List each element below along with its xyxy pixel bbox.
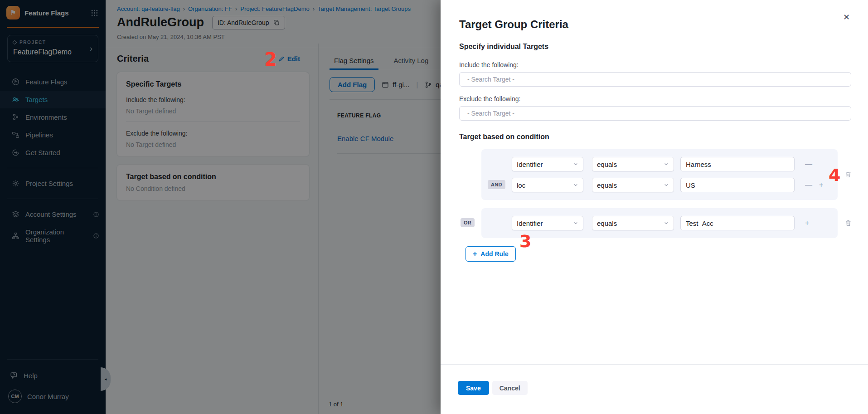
exclude-target-search-input[interactable] xyxy=(459,106,851,121)
sidebar-item-label: Feature Flags xyxy=(25,78,68,86)
tab-activity-log[interactable]: Activity Log xyxy=(389,53,433,70)
value-input[interactable] xyxy=(680,216,795,230)
drawer-title: Target Group Criteria xyxy=(459,18,851,31)
save-button[interactable]: Save xyxy=(458,381,489,395)
or-operator-chip: OR xyxy=(461,218,475,227)
operator-select-value: equals xyxy=(597,161,617,168)
condition-card: Target based on condition No Condition d… xyxy=(117,165,309,200)
info-icon xyxy=(93,211,99,218)
remove-value-button[interactable]: — xyxy=(805,181,812,189)
operator-select[interactable]: equals xyxy=(592,178,674,192)
help-button[interactable]: Help xyxy=(0,366,106,384)
breadcrumb-project[interactable]: Project: FeatureFlagDemo xyxy=(240,5,309,12)
sidebar-item-organization-settings[interactable]: Organization Settings xyxy=(0,223,106,248)
card-title: Specific Targets xyxy=(126,80,300,88)
breadcrumb-separator: › xyxy=(235,5,237,12)
divider xyxy=(7,359,98,360)
condition-row: loc equals — + xyxy=(512,178,838,192)
operator-select[interactable]: equals xyxy=(592,216,674,230)
add-condition-button[interactable]: + xyxy=(819,181,823,189)
breadcrumb-organization[interactable]: Organization: FF xyxy=(188,5,232,12)
chevron-down-icon xyxy=(664,182,669,188)
value-input[interactable] xyxy=(680,178,795,192)
sidebar-item-project-settings[interactable]: Project Settings xyxy=(0,175,106,192)
sidebar: ⚑ Feature Flags PROJECT FeatureFlagDemo … xyxy=(0,0,106,414)
app-title: Feature Flags xyxy=(24,9,86,17)
attribute-select[interactable]: Identifier xyxy=(512,157,583,171)
chevron-down-icon xyxy=(573,220,578,226)
add-flag-button[interactable]: Add Flag xyxy=(330,77,375,92)
target-group-criteria-drawer: ✕ Target Group Criteria Specify individu… xyxy=(441,0,868,414)
delete-rule-icon[interactable] xyxy=(845,171,852,179)
pipeline-icon xyxy=(12,131,19,139)
attribute-select[interactable]: loc xyxy=(512,178,583,192)
sidebar-item-pipelines[interactable]: Pipelines xyxy=(0,126,106,144)
attribute-select[interactable]: Identifier xyxy=(512,216,583,230)
tab-flag-settings[interactable]: Flag Settings xyxy=(330,53,378,70)
operator-select[interactable]: equals xyxy=(592,157,674,171)
sidebar-header: ⚑ Feature Flags xyxy=(0,0,106,24)
environment-chip-label: ff-gi... xyxy=(393,81,409,88)
environment-chip[interactable]: ff-gi... xyxy=(382,81,409,88)
include-label: Include the following: xyxy=(126,96,300,103)
sidebar-item-label: Environments xyxy=(25,113,67,121)
people-icon xyxy=(12,96,19,103)
user-menu[interactable]: CM Conor Murray xyxy=(0,384,106,408)
sidebar-item-get-started[interactable]: Get Started xyxy=(0,144,106,161)
condition-group-1: AND Identifier equals — loc xyxy=(481,149,838,200)
layers-icon xyxy=(12,210,19,218)
chevron-down-icon xyxy=(573,182,578,188)
remove-value-button[interactable]: — xyxy=(805,161,812,168)
divider xyxy=(7,168,98,168)
divider xyxy=(126,122,300,122)
card-title: Target based on condition xyxy=(126,173,300,181)
sidebar-item-label: Get Started xyxy=(25,149,60,156)
copy-icon[interactable] xyxy=(273,19,280,26)
user-name: Conor Murray xyxy=(27,393,69,400)
breadcrumb-target-management[interactable]: Target Management: Target Groups xyxy=(318,5,411,12)
get-started-icon xyxy=(12,149,19,156)
sidebar-item-account-settings[interactable]: Account Settings xyxy=(0,205,106,223)
project-label: PROJECT xyxy=(19,40,46,45)
chevron-down-icon xyxy=(664,220,669,226)
value-input[interactable] xyxy=(680,157,795,171)
add-condition-button[interactable]: + xyxy=(805,219,809,227)
flag-circle-icon xyxy=(12,78,19,86)
sidebar-item-environments[interactable]: Environments xyxy=(0,108,106,126)
cancel-button[interactable]: Cancel xyxy=(492,381,528,395)
environment-icon xyxy=(382,81,389,88)
exclude-label: Exclude the following: xyxy=(126,130,300,137)
flag-link-enable-cf-module[interactable]: Enable CF Module xyxy=(337,135,393,142)
project-selector[interactable]: PROJECT FeatureFlagDemo › xyxy=(7,35,98,62)
condition-group-2: OR Identifier equals + xyxy=(481,208,838,238)
operator-select-value: equals xyxy=(597,219,617,227)
condition-row: Identifier equals + xyxy=(512,216,838,230)
module-grid-icon[interactable] xyxy=(91,9,98,17)
sidebar-item-label: Pipelines xyxy=(25,131,53,139)
delete-rule-icon[interactable] xyxy=(845,219,852,227)
branch-icon xyxy=(425,81,432,88)
id-chip-text: ID: AndRuleGroup xyxy=(218,19,269,26)
chevron-right-icon: › xyxy=(90,44,92,54)
edit-criteria-button[interactable]: Edit xyxy=(278,55,300,63)
help-chat-icon xyxy=(10,371,18,380)
project-name: FeatureFlagDemo xyxy=(13,48,92,56)
add-rule-button[interactable]: + Add Rule xyxy=(466,246,516,262)
include-target-search-input[interactable] xyxy=(459,72,851,87)
page-title: AndRuleGroup xyxy=(117,15,204,29)
hexagons-icon xyxy=(12,113,19,121)
sidebar-item-feature-flags[interactable]: Feature Flags xyxy=(0,73,106,91)
sidebar-item-targets[interactable]: Targets xyxy=(0,91,106,108)
chevron-down-icon xyxy=(664,161,669,167)
breadcrumb-separator: › xyxy=(183,5,185,12)
collapse-arrow-icon: ◂ xyxy=(105,377,107,381)
sidebar-item-label: Account Settings xyxy=(25,210,77,218)
specific-targets-card: Specific Targets Include the following: … xyxy=(117,72,309,156)
help-label: Help xyxy=(24,372,38,380)
attribute-select-value: Identifier xyxy=(517,219,543,227)
close-icon[interactable]: ✕ xyxy=(843,12,850,22)
specify-targets-heading: Specify individual Targets xyxy=(459,43,851,51)
chip-separator: | xyxy=(416,81,418,88)
divider xyxy=(7,199,98,199)
breadcrumb-account[interactable]: Account: qa-feature-flag xyxy=(117,5,180,12)
